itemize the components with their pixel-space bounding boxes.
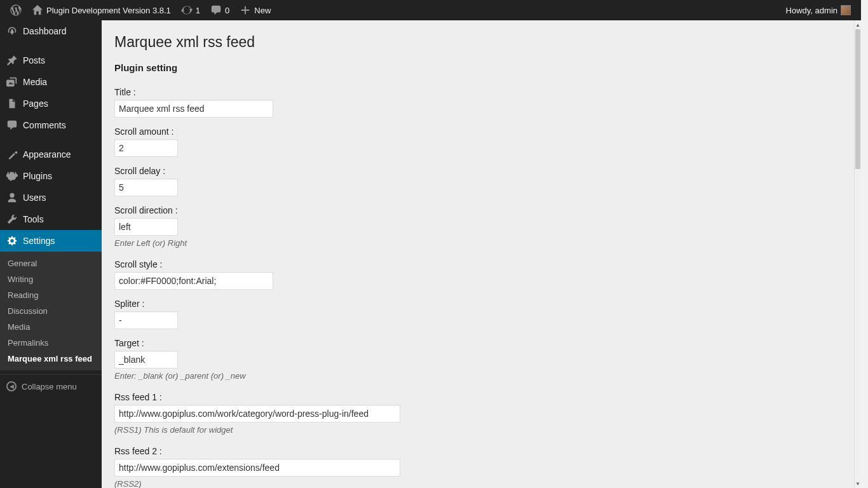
rss1-input[interactable]	[114, 405, 400, 423]
comment-icon	[210, 4, 222, 16]
menu-settings[interactable]: Settings	[0, 230, 102, 252]
menu-comments[interactable]: Comments	[0, 114, 102, 136]
wp-logo-menu[interactable]	[5, 0, 27, 20]
submenu-writing[interactable]: Writing	[0, 271, 102, 287]
submenu-media[interactable]: Media	[0, 319, 102, 335]
scroll-amount-label: Scroll amount :	[114, 121, 848, 139]
updates-menu[interactable]: 1	[176, 0, 205, 20]
rss1-help: (RSS1) This is default for widget	[114, 423, 848, 437]
scroll-delay-input[interactable]	[114, 179, 178, 196]
menu-tools[interactable]: Tools	[0, 208, 102, 230]
update-icon	[181, 4, 193, 16]
window-scrollbar[interactable]: ▲ ▼	[854, 20, 861, 488]
menu-dashboard[interactable]: Dashboard	[0, 20, 102, 42]
media-icon	[6, 76, 18, 88]
scroll-direction-label: Scroll direction :	[114, 200, 848, 218]
target-input[interactable]	[114, 351, 178, 369]
menu-media[interactable]: Media	[0, 71, 102, 93]
plus-icon	[240, 4, 251, 16]
settings-submenu: General Writing Reading Discussion Media…	[0, 252, 102, 370]
submenu-general[interactable]: General	[0, 255, 102, 271]
avatar	[841, 5, 851, 15]
submenu-reading[interactable]: Reading	[0, 287, 102, 303]
scroll-style-label: Scroll style :	[114, 254, 848, 272]
scroll-amount-input[interactable]	[114, 139, 178, 157]
rss1-label: Rss feed 1 :	[114, 387, 848, 405]
admin-sidebar: Dashboard Posts Media Pages Comments App…	[0, 20, 102, 488]
menu-plugins[interactable]: Plugins	[0, 165, 102, 187]
tools-icon	[6, 214, 18, 225]
scroll-delay-label: Scroll delay :	[114, 161, 848, 179]
new-label: New	[254, 6, 271, 15]
rss2-help: (RSS2)	[114, 477, 848, 488]
spliter-input[interactable]	[114, 311, 178, 329]
appearance-icon	[6, 149, 18, 160]
submenu-discussion[interactable]: Discussion	[0, 303, 102, 319]
menu-appearance[interactable]: Appearance	[0, 144, 102, 165]
scroll-thumb[interactable]	[855, 29, 860, 169]
home-icon	[32, 4, 43, 16]
wordpress-icon	[10, 4, 22, 16]
section-heading: Plugin setting	[114, 53, 848, 78]
settings-icon	[6, 235, 18, 247]
pin-icon	[6, 55, 18, 66]
menu-pages[interactable]: Pages	[0, 93, 102, 114]
users-icon	[6, 192, 18, 203]
scroll-up-icon[interactable]: ▲	[855, 20, 861, 29]
comments-menu[interactable]: 0	[205, 0, 234, 20]
title-label: Title :	[114, 82, 848, 100]
menu-users[interactable]: Users	[0, 187, 102, 208]
content-area: Marquee xml rss feed Plugin setting Titl…	[102, 20, 861, 488]
target-label: Target :	[114, 333, 848, 351]
plugin-icon	[6, 170, 18, 182]
scroll-down-icon[interactable]: ▼	[855, 479, 861, 488]
comment-icon	[6, 119, 18, 131]
comments-count: 0	[225, 6, 229, 15]
title-input[interactable]	[114, 100, 273, 118]
admin-toolbar: Plugin Development Version 3.8.1 1 0 New…	[0, 0, 861, 20]
scroll-style-input[interactable]	[114, 272, 273, 290]
target-help: Enter: _blank (or) _parent (or) _new	[114, 369, 848, 383]
scroll-direction-help: Enter Left (or) Right	[114, 236, 848, 250]
updates-count: 1	[196, 6, 200, 15]
scroll-direction-input[interactable]	[114, 218, 178, 236]
submenu-permalinks[interactable]: Permalinks	[0, 335, 102, 351]
site-title: Plugin Development Version 3.8.1	[46, 6, 171, 15]
collapse-icon: ◀	[6, 381, 17, 391]
menu-posts[interactable]: Posts	[0, 50, 102, 71]
my-account-menu[interactable]: Howdy, admin	[781, 0, 856, 20]
collapse-menu[interactable]: ◀ Collapse menu	[0, 374, 102, 398]
page-icon	[6, 98, 18, 109]
site-name-menu[interactable]: Plugin Development Version 3.8.1	[27, 0, 176, 20]
submenu-marquee[interactable]: Marquee xml rss feed	[0, 351, 102, 367]
spliter-label: Spliter :	[114, 294, 848, 311]
rss2-label: Rss feed 2 :	[114, 441, 848, 459]
new-content-menu[interactable]: New	[234, 0, 276, 20]
rss2-input[interactable]	[114, 459, 400, 477]
dashboard-icon	[6, 25, 18, 37]
howdy-text: Howdy, admin	[786, 6, 837, 15]
page-title: Marquee xml rss feed	[114, 28, 848, 53]
